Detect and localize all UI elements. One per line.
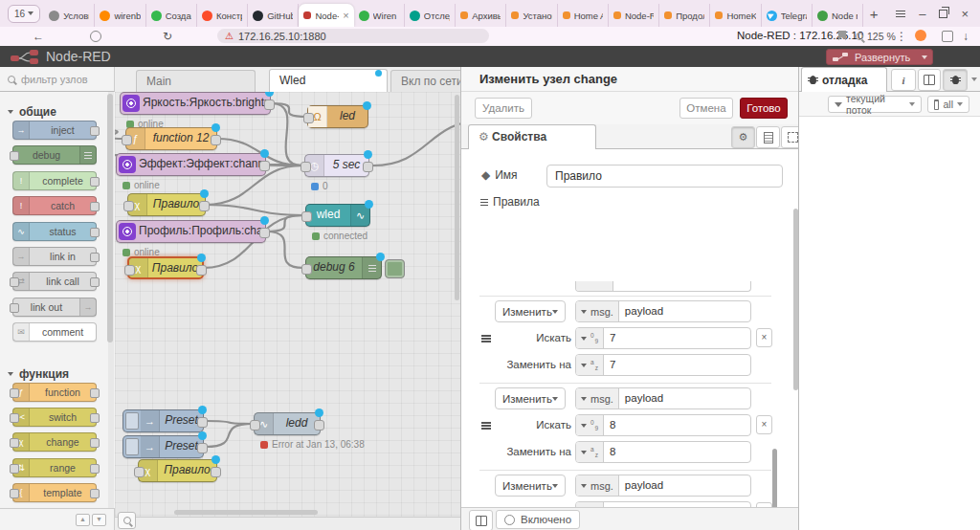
in-port[interactable] <box>301 264 312 275</box>
in-port[interactable] <box>10 277 19 287</box>
search-type-button[interactable]: 09 <box>576 328 604 348</box>
minimize-button[interactable]: – <box>919 7 925 21</box>
cancel-button[interactable]: Отмена <box>679 98 733 119</box>
node-enabled-toggle[interactable]: Включено <box>496 510 580 529</box>
tab-list-icon[interactable] <box>896 10 905 18</box>
palette-node-link-out[interactable]: →link out <box>12 298 97 317</box>
property-type-button[interactable]: msg. <box>576 301 619 321</box>
rule-property-input[interactable]: msg.payload <box>575 300 751 322</box>
rule-property-input[interactable]: msg.payload <box>575 475 751 497</box>
palette-scroll-down-button[interactable]: ▼ <box>92 514 106 526</box>
out-port[interactable] <box>90 253 100 262</box>
flow-tab-Вкл-по-сети[interactable]: Вкл по сети <box>390 70 460 92</box>
delete-button[interactable]: Удалить <box>475 98 532 119</box>
in-port[interactable] <box>123 201 134 211</box>
palette-category[interactable]: функция <box>0 365 115 383</box>
palette-node-inject[interactable]: →inject <box>12 121 97 140</box>
debug-sidebar-button[interactable] <box>943 69 968 91</box>
palette-node-range[interactable]: ⇅range <box>12 458 97 477</box>
out-port[interactable] <box>90 277 100 287</box>
out-port[interactable] <box>90 413 100 423</box>
out-port[interactable] <box>264 99 275 110</box>
in-port[interactable] <box>10 388 19 398</box>
in-port[interactable] <box>250 420 260 431</box>
browser-tab[interactable]: Архивы <box>456 4 506 27</box>
in-port[interactable] <box>303 113 314 123</box>
in-port[interactable] <box>10 489 19 498</box>
browser-tab[interactable]: GitHub - <box>248 4 299 27</box>
sidebar-options-chevron-icon[interactable] <box>971 77 977 81</box>
out-port[interactable] <box>90 464 100 474</box>
flow-node-rule3[interactable]: χПравило <box>138 459 217 482</box>
palette-search[interactable]: фильтр узлов <box>0 67 115 92</box>
wire[interactable] <box>206 424 252 447</box>
browser-tab[interactable]: Констру <box>197 4 248 27</box>
out-port[interactable] <box>90 388 100 398</box>
site-info-icon[interactable] <box>90 31 101 42</box>
out-port[interactable] <box>90 438 100 448</box>
flow-node-wled[interactable]: ∿wled <box>305 204 370 227</box>
out-port[interactable] <box>314 420 324 431</box>
palette-node-complete[interactable]: !complete <box>12 171 97 190</box>
reload-icon[interactable]: ↻ <box>163 30 172 43</box>
out-port[interactable] <box>90 177 100 187</box>
palette-node-template[interactable]: {template <box>12 483 97 502</box>
palette-scrollbar[interactable] <box>108 92 114 508</box>
flow-node-function12[interactable]: ƒfunction 12 <box>125 127 217 150</box>
palette-node-link-in[interactable]: →link in <box>12 247 97 266</box>
wire[interactable] <box>206 205 303 215</box>
flow-tab-Wled[interactable]: Wled <box>269 69 388 92</box>
flow-node-ledd[interactable]: ∿ledd <box>254 412 321 435</box>
restore-button[interactable] <box>939 10 947 18</box>
profile-icon[interactable] <box>915 30 926 41</box>
remove-rule-button[interactable]: × <box>756 415 772 434</box>
node-help-button[interactable] <box>469 510 493 530</box>
download-icon[interactable]: ↓ <box>963 30 969 43</box>
flow-node-brightness[interactable]: Яркость:Яркость:brightness <box>120 92 271 115</box>
palette-node-link-call[interactable]: ⇄link call <box>12 272 97 291</box>
in-port[interactable] <box>10 303 19 313</box>
flow-node-profile[interactable]: Профиль:Профиль:channel <box>116 220 266 243</box>
canvas-hscrollbar[interactable] <box>174 510 318 515</box>
in-port[interactable] <box>10 438 19 448</box>
browser-tab[interactable]: Условны <box>44 4 95 27</box>
search-type-button[interactable]: 09 <box>576 415 604 435</box>
wire[interactable] <box>271 103 307 117</box>
properties-icon-button[interactable]: ⚙ <box>731 126 755 148</box>
inject-button[interactable] <box>125 438 139 455</box>
tab-properties[interactable]: ⚙ Свойства <box>468 124 596 149</box>
flow-node-debug6[interactable]: debug 6 <box>305 256 382 279</box>
flow-node-effect[interactable]: Эффект:Эффект:channel <box>116 153 266 176</box>
property-type-button[interactable]: msg. <box>576 475 619 496</box>
palette-node-switch[interactable]: -<switch <box>12 408 97 427</box>
in-port[interactable] <box>134 467 145 477</box>
palette-node-debug[interactable]: debug <box>12 145 97 165</box>
canvas-vscrollbar[interactable] <box>455 95 459 300</box>
rule-property-input[interactable]: msg.payload <box>575 387 751 409</box>
debug-toggle-button[interactable] <box>385 259 405 278</box>
back-icon[interactable]: ← <box>33 30 44 43</box>
out-port[interactable] <box>211 135 221 145</box>
property-type-button[interactable]: msg. <box>576 388 619 409</box>
replace-input[interactable]: az7 <box>575 354 751 376</box>
inject-button[interactable] <box>125 412 139 430</box>
in-port[interactable] <box>122 135 132 145</box>
rule-action-select[interactable]: Изменить <box>495 475 566 497</box>
flow-canvas[interactable]: Яркость:Яркость:brightnessonlineƒfunctio… <box>115 92 460 517</box>
browser-tab[interactable]: HomeKit <box>710 4 761 27</box>
zoom-control[interactable]: 125 % <box>856 31 896 42</box>
info-sidebar-button[interactable]: i <box>891 69 916 91</box>
tab-close-icon[interactable]: × <box>343 10 348 21</box>
flow-tab-Main[interactable]: Main <box>136 70 256 92</box>
browser-tab[interactable]: Продол <box>659 4 710 27</box>
palette-node-function[interactable]: ƒfunction <box>12 383 97 402</box>
search-input[interactable]: 098 <box>575 414 751 436</box>
palette-node-change[interactable]: χchange <box>12 432 97 452</box>
flow-node-preset1[interactable]: →Preset <box>122 409 204 432</box>
replace-type-button[interactable]: az <box>576 442 604 462</box>
flow-node-preset2[interactable]: →Preset <box>122 435 204 458</box>
debug-clear-button[interactable]: all <box>927 96 969 113</box>
debug-filter-button[interactable]: текущий поток <box>828 96 922 113</box>
replace-input[interactable]: az8 <box>575 441 751 463</box>
close-window-button[interactable]: × <box>961 7 969 21</box>
